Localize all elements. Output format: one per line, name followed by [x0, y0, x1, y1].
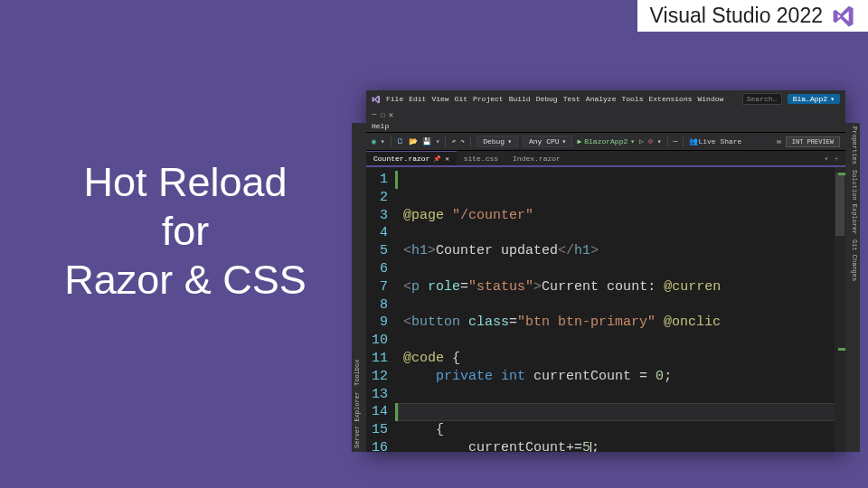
- rail-toolbox[interactable]: Toolbox: [354, 360, 364, 386]
- headline-line3: Razor & CSS: [36, 256, 335, 305]
- menubar: File Edit View Git Project Build Debug T…: [366, 90, 845, 122]
- tab-site-css[interactable]: site.css: [457, 152, 505, 165]
- menu-project[interactable]: Project: [473, 95, 504, 103]
- menu-view[interactable]: View: [431, 95, 448, 103]
- left-tool-rail: Server Explorer Toolbox: [352, 123, 366, 452]
- menu-help[interactable]: Help: [372, 122, 389, 130]
- change-tick: [838, 173, 845, 175]
- save-all-icon[interactable]: ▾: [436, 137, 440, 145]
- menu-extensions[interactable]: Extensions: [648, 95, 692, 103]
- headline-line1: Hot Reload: [36, 158, 335, 207]
- scrollbar-thumb[interactable]: [835, 173, 844, 236]
- tab-index-razor[interactable]: Index.razor: [505, 152, 568, 165]
- new-item-icon[interactable]: 🗋: [397, 137, 404, 145]
- menu-test[interactable]: Test: [563, 95, 580, 103]
- liveshare-icon[interactable]: 👥 Live Share: [689, 137, 741, 145]
- run-noprofile-icon[interactable]: ▷: [639, 137, 644, 145]
- rail-properties[interactable]: Properties: [847, 127, 858, 164]
- right-tool-rail: Properties Solution Explorer Git Changes: [845, 123, 860, 452]
- tab-close-icon[interactable]: ✕: [445, 155, 448, 163]
- menu-tools[interactable]: Tools: [621, 95, 643, 103]
- vs-logo-small-icon: [372, 95, 381, 104]
- headline-line2: for: [36, 207, 335, 256]
- vs-ide-window: Server Explorer Toolbox Properties Solut…: [366, 90, 845, 452]
- menu-edit[interactable]: Edit: [409, 95, 426, 103]
- editor-scrollbar[interactable]: [835, 167, 845, 452]
- preview-badge: INT PREVIEW: [786, 136, 840, 147]
- window-minimize-icon[interactable]: ─: [372, 110, 376, 120]
- run-button[interactable]: ▶ BlazorApp2 ▾: [577, 137, 635, 145]
- menu-window[interactable]: Window: [698, 95, 724, 103]
- vs-logo-icon: [832, 5, 855, 28]
- vs-badge-text: Visual Studio 2022: [650, 4, 823, 28]
- menu-debug[interactable]: Debug: [536, 95, 558, 103]
- redo-icon[interactable]: ↷: [460, 137, 465, 145]
- tab-pin-icon[interactable]: 📌: [433, 155, 441, 163]
- code-area[interactable]: @page "/counter" <h1>Counter updated</h1…: [398, 167, 845, 452]
- stop-icon[interactable]: ⊘: [648, 137, 653, 145]
- nav-back-icon[interactable]: ◉: [372, 137, 376, 145]
- nav-fwd-icon[interactable]: ▾: [381, 137, 385, 145]
- window-maximize-icon[interactable]: ☐: [380, 110, 384, 120]
- menu-build[interactable]: Build: [509, 95, 531, 103]
- vs-badge: Visual Studio 2022: [637, 0, 868, 32]
- main-toolbar: ◉ ▾ 🗋 📂 💾 ▾ ↶ ↷ Debug▾ Any CPU▾ ▶ Blazor…: [366, 132, 845, 151]
- config-dropdown[interactable]: Debug▾: [476, 136, 518, 147]
- rail-git-changes[interactable]: Git Changes: [847, 239, 858, 281]
- notifications-icon[interactable]: ✉: [777, 137, 781, 145]
- save-icon[interactable]: 💾: [422, 137, 431, 145]
- solution-name-chip[interactable]: Bla…App2▾: [788, 94, 840, 104]
- open-icon[interactable]: 📂: [409, 137, 418, 145]
- menu-analyze[interactable]: Analyze: [586, 95, 617, 103]
- tab-counter-razor[interactable]: Counter.razor 📌 ✕: [366, 151, 457, 165]
- quick-search-input[interactable]: Search…: [742, 93, 782, 105]
- toolbar-extra-icon[interactable]: ⋯: [674, 137, 678, 145]
- platform-dropdown[interactable]: Any CPU▾: [523, 136, 572, 147]
- undo-icon[interactable]: ↶: [451, 137, 456, 145]
- menu-git[interactable]: Git: [455, 95, 467, 103]
- menu-file[interactable]: File: [386, 95, 403, 103]
- code-editor[interactable]: 1 2 3 4 5 6 7 8 9 10 11 12 13 14 15 16 1…: [366, 167, 845, 452]
- rail-solution-explorer[interactable]: Solution Explorer: [847, 170, 858, 234]
- window-close-icon[interactable]: ✕: [389, 110, 393, 120]
- change-tick: [838, 348, 845, 351]
- slide-headline: Hot Reload for Razor & CSS: [36, 158, 335, 305]
- line-number-gutter: 1 2 3 4 5 6 7 8 9 10 11 12 13 14 15 16 1…: [366, 167, 395, 452]
- document-tabs: Counter.razor 📌 ✕ site.css Index.razor ▾…: [366, 151, 845, 167]
- tab-overflow-icon[interactable]: ▾ ＋: [818, 154, 845, 164]
- rail-server-explorer[interactable]: Server Explorer: [354, 391, 364, 448]
